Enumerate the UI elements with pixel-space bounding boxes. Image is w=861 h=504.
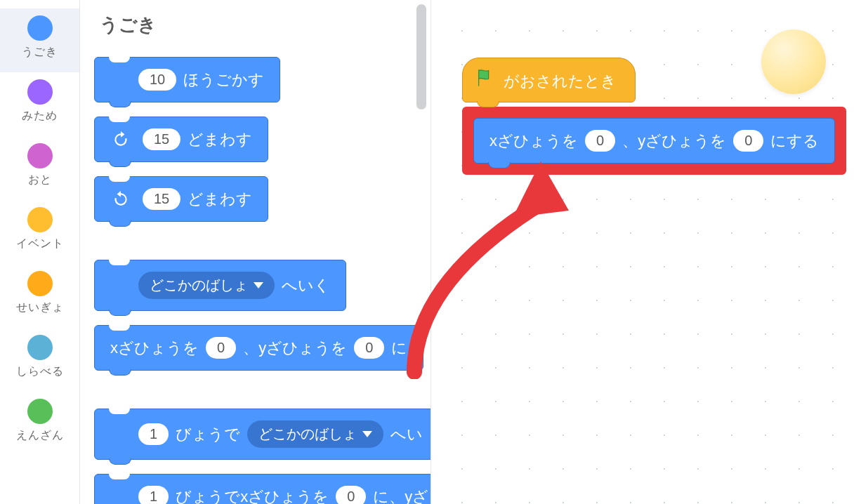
glide-to-suffix: へい [390, 424, 423, 445]
script-goto-xy-p2: 、yざひょうを [622, 131, 726, 152]
go-to-suffix: へいく [282, 275, 330, 296]
glide-xy-mid: びょうでxざひょうを [176, 486, 329, 505]
rotate-ccw-icon [112, 190, 130, 208]
goto-xy-p1: xざひょうを [110, 338, 199, 359]
goto-xy-p2: 、yざひょうを [243, 338, 347, 359]
glide-xy-secs-input[interactable]: 1 [138, 486, 169, 504]
category-motion-label: うごき [22, 45, 58, 60]
goto-xy-y-input[interactable]: 0 [354, 337, 384, 359]
go-to-dropdown[interactable]: どこかのばしょ [138, 272, 275, 299]
block-glide-to[interactable]: 1 びょうで どこかのばしょ へい [94, 409, 431, 460]
control-dot-icon [27, 271, 53, 296]
script-block-go-to-xy[interactable]: xざひょうを 0 、yざひょうを 0 にする [473, 118, 835, 164]
chevron-down-icon [254, 282, 263, 289]
chevron-down-icon [362, 431, 372, 437]
block-move-steps[interactable]: 10 ほうごかす [94, 57, 280, 102]
script-goto-xy-x-input[interactable]: 0 [585, 130, 615, 152]
turn-ccw-input[interactable]: 15 [143, 188, 180, 210]
sensing-dot-icon [27, 335, 53, 360]
events-dot-icon [27, 207, 53, 232]
category-looks-label: みため [22, 109, 58, 124]
move-steps-input[interactable]: 10 [138, 69, 176, 91]
motion-dot-icon [27, 15, 53, 41]
glide-xy-x-input[interactable]: 0 [336, 486, 366, 504]
go-to-dropdown-label: どこかのばしょ [150, 276, 248, 295]
category-motion[interactable]: うごき [0, 8, 79, 72]
looks-dot-icon [27, 79, 53, 105]
block-go-to-xy[interactable]: xざひょうを 0 、yざひょうを 0 に [94, 325, 423, 371]
turn-cw-label: どまわす [188, 129, 252, 150]
hat-label: がおされたとき [504, 71, 617, 92]
goto-xy-x-input[interactable]: 0 [206, 337, 236, 359]
annotation-highlight: xざひょうを 0 、yざひょうを 0 にする [462, 107, 846, 175]
glide-to-dropdown[interactable]: どこかのばしょ [247, 420, 383, 448]
block-when-flag-clicked[interactable]: がおされたとき [462, 58, 636, 102]
glide-xy-suffix: に、yざ [373, 486, 428, 505]
glide-secs-input[interactable]: 1 [138, 423, 169, 445]
category-control-label: せいぎょ [16, 300, 64, 315]
category-sound[interactable]: おと [0, 136, 79, 200]
category-sidebar: うごき みため おと イベント せいぎょ しらべる えんざん [0, 0, 80, 504]
move-steps-label: ほうごかす [183, 69, 264, 91]
category-control[interactable]: せいぎょ [0, 264, 79, 328]
glide-to-dropdown-label: どこかのばしょ [258, 425, 357, 444]
category-operators[interactable]: えんざん [0, 392, 79, 456]
turn-ccw-label: どまわす [188, 189, 252, 210]
rotate-cw-icon [112, 131, 130, 149]
category-sound-label: おと [28, 173, 52, 187]
category-looks[interactable]: みため [0, 72, 79, 136]
sound-dot-icon [27, 143, 53, 168]
block-palette: うごき 10 ほうごかす 15 どまわす 15 どまわす どこかのばしょ へいく [80, 0, 431, 504]
operators-dot-icon [27, 399, 53, 424]
block-glide-to-xy[interactable]: 1 びょうでxざひょうを 0 に、yざ [94, 474, 431, 504]
palette-scrollbar[interactable] [416, 4, 426, 110]
script-goto-xy-p3: にする [770, 131, 819, 152]
category-sensing-label: しらべる [16, 364, 64, 379]
category-events-label: イベント [16, 237, 64, 251]
category-operators-label: えんざん [16, 428, 64, 443]
palette-header: うごき [100, 13, 430, 37]
block-turn-cw[interactable]: 15 どまわす [94, 117, 268, 162]
block-turn-ccw[interactable]: 15 どまわす [94, 176, 268, 222]
block-go-to[interactable]: どこかのばしょ へいく [94, 260, 346, 311]
turn-cw-input[interactable]: 15 [143, 128, 180, 150]
script-goto-xy-p1: xざひょうを [489, 131, 578, 152]
script-goto-xy-y-input[interactable]: 0 [733, 130, 763, 152]
category-events[interactable]: イベント [0, 200, 79, 264]
goto-xy-p3: に [391, 338, 407, 359]
category-sensing[interactable]: しらべる [0, 328, 79, 392]
script-area[interactable]: がおされたとき xざひょうを 0 、yざひょうを 0 にする [431, 0, 861, 504]
glide-mid-label: びょうで [176, 424, 240, 445]
script-stack[interactable]: がおされたとき xざひょうを 0 、yざひょうを 0 にする [462, 58, 861, 175]
green-flag-icon [475, 68, 495, 88]
